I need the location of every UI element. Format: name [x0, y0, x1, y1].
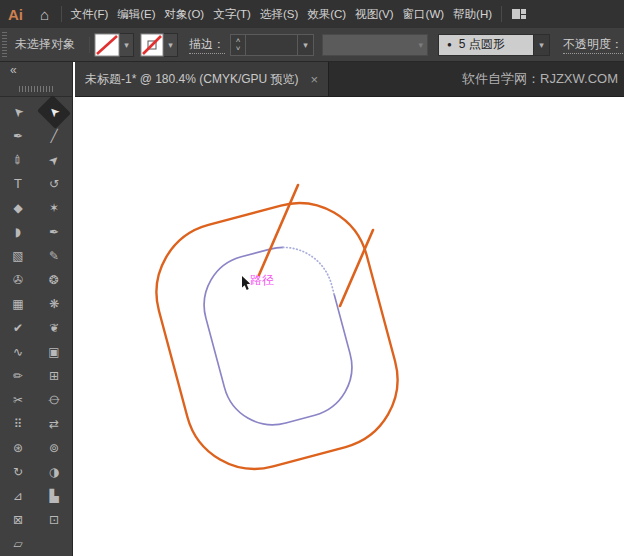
spiral-tool-icon[interactable]: ✇ — [0, 268, 36, 292]
menubar-divider — [61, 6, 62, 22]
symbol-scruncher-tool-icon[interactable]: ⊛ — [0, 436, 36, 460]
workspace-switcher-icon[interactable] — [512, 9, 527, 20]
stroke-weight-label[interactable]: 描边： — [189, 36, 225, 54]
brush-chevron-icon[interactable]: ▾ — [534, 34, 550, 56]
symbol-sprayer-tool-icon[interactable]: ⠿ — [0, 412, 36, 436]
menu-item-4[interactable]: 文字(T) — [213, 7, 251, 22]
symbol-stainer-tool-icon[interactable]: ◑ — [36, 460, 72, 484]
app-logo[interactable]: Ai — [0, 6, 32, 23]
profile-chevron-icon: ▾ — [418, 40, 423, 50]
stroke-none-swatch-icon[interactable] — [140, 33, 164, 57]
stroke-dropdown-chevron-icon[interactable]: ▾ — [164, 33, 178, 57]
tools-panel-grip[interactable] — [19, 86, 55, 92]
menu-bar: Ai ⌂ 文件(F)编辑(E)对象(O)文字(T)选择(S)效果(C)视图(V)… — [0, 0, 624, 28]
inner-rounded-rect-path[interactable] — [204, 247, 352, 424]
menu-item-8[interactable]: 窗口(W) — [403, 7, 445, 22]
menu-items: 文件(F)编辑(E)对象(O)文字(T)选择(S)效果(C)视图(V)窗口(W)… — [66, 7, 496, 22]
polar-grid-tool-icon[interactable]: ❋ — [36, 292, 72, 316]
menu-item-3[interactable]: 对象(O) — [165, 7, 205, 22]
perspective-selection-tool-icon[interactable]: ⊠ — [0, 508, 36, 532]
inner-dotted-segment-path[interactable] — [283, 247, 334, 294]
tab-close-icon[interactable]: × — [311, 72, 319, 87]
tool-grid: ➤➤✒╱✐➤T↺◆✶◗✒▧✎✇❂▦❋✔❦∿▣✏⊞✂∅⠿⇄⊛⊚↻◑⊿▙⊠⊡▱ — [0, 97, 72, 556]
opacity-control: 不透明度： 1 — [558, 28, 624, 62]
stroke-weight-stepper[interactable]: ˄ ˅ — [231, 35, 245, 55]
menu-item-7[interactable]: 视图(V) — [355, 7, 393, 22]
control-bar-grip[interactable] — [2, 32, 7, 58]
control-bar-divider — [89, 37, 90, 53]
brush-dot-icon: ● — [447, 40, 452, 49]
shaper-tool-icon[interactable]: ▣ — [36, 340, 72, 364]
home-icon[interactable]: ⌂ — [32, 6, 57, 23]
artboard-canvas[interactable]: 路径 — [73, 97, 624, 556]
measure-tool-icon[interactable]: ▱ — [0, 532, 36, 556]
menu-item-1[interactable]: 文件(F) — [71, 7, 109, 22]
mouse-cursor-icon — [242, 276, 250, 290]
fill-dropdown-chevron-icon[interactable]: ▾ — [120, 33, 134, 57]
artwork-svg: 路径 — [73, 97, 624, 556]
symbol-spinner-tool-icon[interactable]: ↻ — [0, 460, 36, 484]
scissors-tool-icon[interactable]: ✂ — [0, 388, 36, 412]
magic-wand-tool-icon[interactable]: ✶ — [36, 196, 72, 220]
shape-builder-tool-icon[interactable]: ✔ — [0, 316, 36, 340]
lasso-tool-icon[interactable]: ◗ — [0, 220, 36, 244]
collapse-panel-icon[interactable]: « — [10, 63, 17, 77]
add-anchor-point-tool-icon[interactable]: ✒ — [36, 220, 72, 244]
diagonal-line-2[interactable] — [340, 230, 373, 306]
diagonal-line-1[interactable] — [259, 185, 298, 275]
eyedropper-tool-icon[interactable]: ✎ — [36, 244, 72, 268]
blend-tool-icon[interactable]: ❂ — [36, 268, 72, 292]
eraser-tool-icon[interactable]: ◆ — [0, 196, 36, 220]
document-tab-bar: 未标题-1* @ 180.4% (CMYK/GPU 预览) × 软件自学网：RJ… — [75, 62, 624, 97]
fill-control[interactable]: ▾ — [94, 33, 134, 57]
blob-brush-tool-icon[interactable]: ∿ — [0, 340, 36, 364]
document-tab[interactable]: 未标题-1* @ 180.4% (CMYK/GPU 预览) × — [75, 62, 329, 96]
rectangular-grid-tool-icon[interactable]: ▦ — [0, 292, 36, 316]
smart-guide-tooltip: 路径 — [250, 273, 274, 287]
brush-name-label: 5 点圆形 — [459, 36, 505, 53]
stroke-weight-control: ˄ ˅ ▾ — [230, 34, 314, 56]
menu-item-5[interactable]: 选择(S) — [260, 7, 298, 22]
control-bar: 未选择对象 ▾ ▾ 描边： ˄ ˅ ▾ — [0, 28, 624, 62]
illustrator-window: { "menubar": { "logo": "Ai", "home_icon"… — [0, 0, 624, 556]
stroke-weight-chevron-icon[interactable]: ▾ — [297, 35, 313, 55]
menu-item-9[interactable]: 帮助(H) — [453, 7, 492, 22]
stepper-down-icon[interactable]: ˅ — [236, 45, 241, 53]
slice-tool-icon[interactable]: ⊡ — [36, 508, 72, 532]
symbol-sizer-tool-icon[interactable]: ⊚ — [36, 436, 72, 460]
stroke-color-control[interactable]: ▾ — [140, 33, 178, 57]
selection-status-label: 未选择对象 — [15, 36, 75, 53]
brush-definition-control: ● 5 点圆形 ▾ — [438, 34, 550, 56]
watermark-text: 软件自学网：RJZXW.COM — [462, 62, 618, 96]
menu-item-6[interactable]: 效果(C) — [307, 7, 346, 22]
puppet-warp-tool-icon[interactable]: ❦ — [36, 316, 72, 340]
tools-panel: ➤➤✒╱✐➤T↺◆✶◗✒▧✎✇❂▦❋✔❦∿▣✏⊞✂∅⠿⇄⊛⊚↻◑⊿▙⊠⊡▱ — [0, 97, 73, 556]
gradient-tool-icon[interactable]: ▧ — [0, 244, 36, 268]
pencil-tool-icon[interactable]: ✏ — [0, 364, 36, 388]
variable-width-profile-dropdown[interactable]: ▾ — [322, 34, 428, 56]
column-graph-tool-icon[interactable]: ▙ — [36, 484, 72, 508]
menubar-divider — [501, 6, 502, 22]
perspective-grid-tool-icon[interactable]: ⊿ — [0, 484, 36, 508]
brush-definition-dropdown[interactable]: ● 5 点圆形 — [438, 34, 534, 56]
document-tab-title: 未标题-1* @ 180.4% (CMYK/GPU 预览) — [85, 71, 299, 88]
fill-none-swatch-icon[interactable] — [94, 33, 120, 57]
opacity-label[interactable]: 不透明度： — [563, 36, 623, 54]
menu-item-2[interactable]: 编辑(E) — [117, 7, 155, 22]
stroke-weight-input[interactable] — [245, 35, 297, 55]
